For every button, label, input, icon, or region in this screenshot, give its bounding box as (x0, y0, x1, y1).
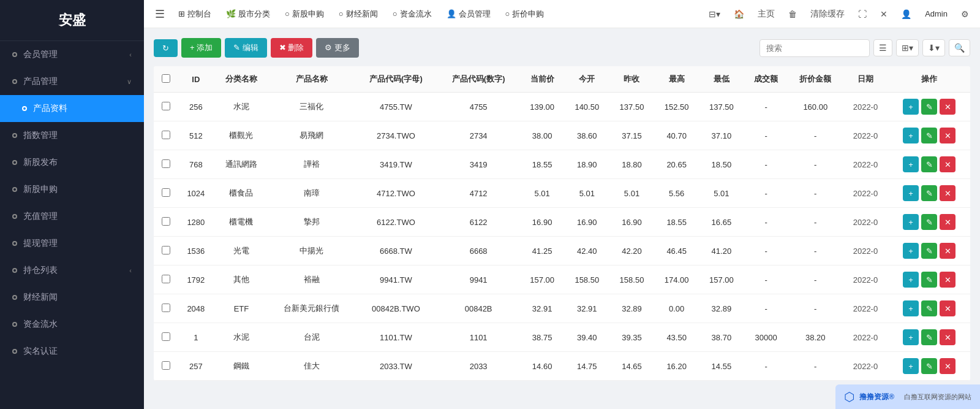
col-name: 产品名称 (269, 66, 355, 93)
cell-prev-close: 158.50 (609, 266, 654, 294)
hamburger-icon[interactable]: ☰ (150, 7, 170, 21)
row-delete-button[interactable]: ✕ (940, 185, 956, 201)
refresh-button[interactable]: ↻ (154, 39, 178, 57)
row-delete-button[interactable]: ✕ (940, 99, 956, 115)
row-delete-button[interactable]: ✕ (940, 214, 956, 230)
sidebar-item-label: 产品管理 (23, 76, 127, 87)
row-add-button[interactable]: + (903, 358, 919, 374)
sidebar-item-ipo-release[interactable]: 新股发布 (0, 149, 144, 176)
row-select-checkbox[interactable] (162, 304, 170, 312)
sidebar-item-kyc[interactable]: 实名认证 (0, 338, 144, 365)
cell-high: 46.45 (654, 237, 699, 266)
cell-date: 2022-0 (843, 352, 888, 381)
sidebar-item-product-management[interactable]: 产品管理 ∨ (0, 68, 144, 95)
cell-id: 257 (178, 352, 214, 381)
select-all-checkbox[interactable] (162, 74, 170, 83)
sidebar-item-fund-flow[interactable]: 资金流水 (0, 311, 144, 338)
row-checkbox (154, 237, 178, 266)
row-select-checkbox[interactable] (162, 361, 170, 370)
sidebar-item-ipo-apply[interactable]: 新股申购 (0, 176, 144, 203)
cell-discount: - (788, 150, 843, 179)
row-edit-button[interactable]: ✎ (921, 99, 937, 115)
row-add-button[interactable]: + (903, 185, 919, 201)
row-edit-button[interactable]: ✎ (921, 358, 937, 374)
circle-icon4: ○ (505, 9, 510, 18)
sidebar-item-index-management[interactable]: 指数管理 (0, 122, 144, 149)
col-category: 分类名称 (214, 66, 268, 93)
more-button[interactable]: ⚙ 更多 (316, 38, 359, 58)
row-edit-button[interactable]: ✎ (921, 185, 937, 201)
row-edit-button[interactable]: ✎ (921, 156, 937, 172)
row-edit-button[interactable]: ✎ (921, 243, 937, 259)
row-delete-button[interactable]: ✕ (940, 300, 956, 316)
row-add-button[interactable]: + (903, 243, 919, 259)
edit-button[interactable]: ✎ 编辑 (225, 38, 267, 58)
home-icon[interactable]: 🏠 (729, 7, 749, 21)
sidebar-item-financial-news[interactable]: 财经新闻 (0, 284, 144, 311)
resize-icon[interactable]: ⛶ (853, 7, 872, 21)
table-row: 257 鋼鐵 佳大 2033.TW 2033 14.60 14.75 14.65… (154, 352, 970, 381)
cell-open: 5.01 (565, 179, 609, 208)
row-delete-button[interactable]: ✕ (940, 243, 956, 259)
row-edit-button[interactable]: ✎ (921, 300, 937, 316)
row-select-checkbox[interactable] (162, 131, 170, 139)
home-label[interactable]: 主页 (753, 6, 780, 22)
add-button[interactable]: + 添加 (181, 38, 221, 58)
close-icon[interactable]: ✕ (875, 7, 892, 21)
row-select-checkbox[interactable] (162, 275, 170, 283)
row-delete-button[interactable]: ✕ (940, 128, 956, 143)
row-add-button[interactable]: + (903, 300, 919, 316)
avatar-icon: 👤 (896, 7, 916, 21)
row-edit-button[interactable]: ✎ (921, 329, 937, 345)
nav-member-management[interactable]: 👤 会员管理 (440, 6, 497, 22)
row-edit-button[interactable]: ✎ (921, 128, 937, 143)
nav-fund-flow[interactable]: ○ 资金流水 (386, 6, 438, 22)
row-add-button[interactable]: + (903, 99, 919, 115)
row-add-button[interactable]: + (903, 214, 919, 230)
row-edit-button[interactable]: ✎ (921, 272, 937, 288)
row-add-button[interactable]: + (903, 156, 919, 172)
row-delete-button[interactable]: ✕ (940, 272, 956, 288)
sidebar-item-positions[interactable]: 持仓列表 ‹ (0, 257, 144, 284)
row-select-checkbox[interactable] (162, 217, 170, 226)
row-select-checkbox[interactable] (162, 246, 170, 254)
row-delete-button[interactable]: ✕ (940, 329, 956, 345)
sidebar-dot (12, 187, 17, 192)
nav-financial-news[interactable]: ○ 财经新闻 (333, 6, 384, 22)
cell-category: 通訊網路 (214, 150, 268, 179)
sidebar-item-label: 充值管理 (23, 211, 132, 222)
delete-button[interactable]: ✖ 删除 (271, 38, 313, 58)
cell-name: 易飛網 (269, 121, 355, 150)
row-select-checkbox[interactable] (162, 159, 170, 168)
sidebar-item-product-data[interactable]: 产品资料 (0, 95, 144, 122)
export-button[interactable]: ⬇▾ (922, 39, 945, 56)
clear-cache-label[interactable]: 清除缓存 (805, 6, 850, 22)
row-delete-button[interactable]: ✕ (940, 156, 956, 172)
list-view-button[interactable]: ☰ (873, 39, 892, 56)
search-button[interactable]: 🔍 (949, 39, 970, 56)
row-select-checkbox[interactable] (162, 188, 170, 197)
row-edit-button[interactable]: ✎ (921, 214, 937, 230)
chevron-icon: ‹ (129, 51, 132, 58)
cell-action: + ✎ ✕ (888, 237, 970, 266)
layout-icon[interactable]: ⊟▾ (704, 7, 725, 21)
cell-code-num: 4712 (437, 179, 520, 208)
search-input[interactable] (760, 39, 870, 57)
row-delete-button[interactable]: ✕ (940, 358, 956, 374)
row-add-button[interactable]: + (903, 329, 919, 345)
row-add-button[interactable]: + (903, 128, 919, 143)
nav-discount-apply[interactable]: ○ 折价申购 (499, 6, 551, 22)
grid-view-button[interactable]: ⊞▾ (896, 39, 919, 56)
sidebar-item-recharge[interactable]: 充值管理 (0, 203, 144, 230)
nav-ipo-apply[interactable]: ○ 新股申购 (279, 6, 330, 22)
row-add-button[interactable]: + (903, 272, 919, 288)
sidebar-dot (12, 214, 17, 219)
row-select-checkbox[interactable] (162, 332, 170, 341)
row-select-checkbox[interactable] (162, 102, 170, 110)
sidebar-item-member-management[interactable]: 会员管理 ‹ (0, 41, 144, 68)
clear-cache-icon[interactable]: 🗑 (783, 7, 802, 21)
settings-icon[interactable]: ⚙ (956, 7, 974, 21)
sidebar-item-withdraw[interactable]: 提现管理 (0, 230, 144, 257)
nav-stock-category[interactable]: 🌿 股市分类 (220, 6, 276, 22)
nav-dashboard[interactable]: ⊞ 控制台 (172, 6, 217, 22)
